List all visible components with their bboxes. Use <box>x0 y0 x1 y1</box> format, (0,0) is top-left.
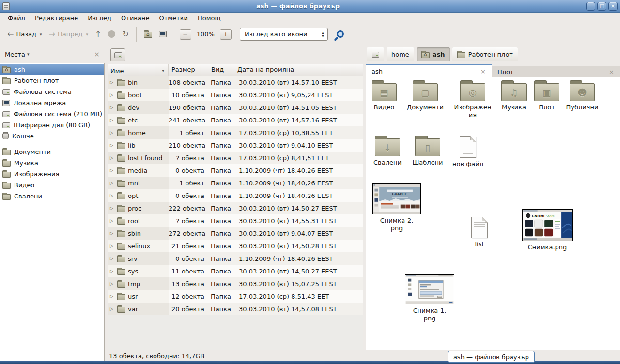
back-button[interactable]: ← Назад ▾ <box>4 28 46 41</box>
icon-desktop-folder[interactable]: ▣ Плот <box>529 79 564 111</box>
table-row[interactable]: ▷ lost+found ? обекта Папка 17.03.2010 (… <box>108 152 363 164</box>
expander-icon[interactable]: ▷ <box>110 130 115 135</box>
table-row[interactable]: ▷ var 20 обекта Папка 30.03.2010 (вт) 14… <box>108 303 363 315</box>
breadcrumb-desktop-button[interactable]: Работен плот <box>452 47 518 61</box>
table-row[interactable]: ▷ root ? обекта Папка 30.03.2010 (вт) 14… <box>108 214 363 227</box>
table-row[interactable]: ▷ dev 190 обекта Папка 30.03.2010 (вт) 1… <box>108 101 363 114</box>
table-row[interactable]: ▷ sys 11 обекта Папка 30.03.2010 (вт) 14… <box>108 265 363 277</box>
icon-new-file[interactable]: нов файл <box>450 135 485 168</box>
expander-icon[interactable]: ▷ <box>110 243 115 248</box>
minimize-button[interactable]: ─ <box>586 2 595 11</box>
icon-snimka-1-png[interactable]: Снимка-1.png <box>404 274 455 322</box>
menu-file[interactable]: Файл <box>3 13 30 23</box>
view-selector[interactable]: Изглед като икони ▴▾ <box>240 28 328 41</box>
icon-documents-folder[interactable]: ▢ Документи <box>406 79 444 111</box>
zoom-in-button[interactable]: + <box>220 29 232 40</box>
window-list-button[interactable]: ash — файлов браузър <box>448 351 535 363</box>
tab-plot[interactable]: Плот × <box>492 66 620 78</box>
back-dropdown-icon[interactable]: ▾ <box>40 32 42 37</box>
thumbnail-snimka-2: GUADEC <box>372 183 421 214</box>
combo-stepper-icon[interactable]: ▴▾ <box>318 28 327 40</box>
thumbnail-snimka-1 <box>405 274 454 304</box>
expander-icon[interactable]: ▷ <box>110 218 115 223</box>
expander-icon[interactable]: ▷ <box>110 193 115 198</box>
icon-snimka-2-png[interactable]: GUADEC Снимка-2.png <box>372 183 421 232</box>
tab-close-icon[interactable]: × <box>609 68 614 76</box>
public-folder-icon: ☻ <box>570 83 595 101</box>
expander-icon[interactable]: ▷ <box>110 181 115 185</box>
expander-icon[interactable]: ▷ <box>110 143 115 148</box>
table-row[interactable]: ▷ sbin 272 обекта Папка 30.03.2010 (вт) … <box>108 227 363 240</box>
menu-help[interactable]: Помощ <box>193 13 226 23</box>
expander-icon[interactable]: ▷ <box>110 231 115 236</box>
cell-type: Папка <box>208 293 234 300</box>
tab-bar: ash × Плот × <box>366 64 620 78</box>
up-button[interactable]: ↑ <box>92 28 105 41</box>
folder-icon <box>117 219 125 225</box>
table-row[interactable]: ▷ tmp 13 обекта Папка 30.03.2010 (вт) 15… <box>108 277 363 290</box>
menu-edit[interactable]: Редактиране <box>30 13 83 23</box>
tab-close-icon[interactable]: × <box>480 68 486 75</box>
close-button[interactable]: × <box>608 2 618 11</box>
table-row[interactable]: ▷ selinux 21 обекта Папка 30.03.2010 (вт… <box>108 240 363 252</box>
table-row[interactable]: ▷ usr 12 обекта Папка 17.03.2010 (ср) 8,… <box>108 290 363 303</box>
table-row[interactable]: ▷ srv 0 обекта Папка 1.10.2009 (чт) 18,4… <box>108 252 363 265</box>
cell-type: Папка <box>208 104 234 111</box>
expander-icon[interactable]: ▷ <box>110 80 115 85</box>
icon-snimka-png[interactable]: GNOME Store <box>521 209 574 251</box>
menu-view[interactable]: Изглед <box>83 13 116 23</box>
maximize-button[interactable]: □ <box>597 2 606 11</box>
zoom-out-button[interactable]: − <box>180 29 191 40</box>
root-location-button[interactable] <box>110 48 125 61</box>
column-header-date[interactable]: Дата на промяна <box>234 64 363 76</box>
menu-go[interactable]: Отиване <box>116 13 154 23</box>
breadcrumb-home-button[interactable]: home <box>387 47 414 61</box>
expander-icon[interactable]: ▷ <box>110 92 115 97</box>
icon-list-file[interactable]: list <box>462 215 497 248</box>
table-row[interactable]: ▷ media 0 обекта Папка 1.10.2009 (чт) 18… <box>108 164 363 177</box>
expander-icon[interactable]: ▷ <box>110 269 115 273</box>
reload-button[interactable]: ↻ <box>119 28 132 41</box>
home-button[interactable]: ⌂ <box>140 28 155 41</box>
table-row[interactable]: ▷ lib 210 обекта Папка 30.03.2010 (вт) 9… <box>108 139 363 152</box>
table-row[interactable]: ▷ home 1 обект Папка 17.03.2010 (ср) 10,… <box>108 126 363 139</box>
icon-templates-folder[interactable]: ▯ Шаблони <box>410 135 445 167</box>
table-row[interactable]: ▷ opt 0 обекта Папка 1.10.2009 (чт) 18,4… <box>108 189 363 202</box>
column-header-size[interactable]: Размер <box>169 64 208 76</box>
expander-icon[interactable]: ▷ <box>110 155 115 160</box>
expander-icon[interactable]: ▷ <box>110 306 115 311</box>
icon-public-folder[interactable]: ☻ Публични <box>564 79 601 111</box>
reload-icon: ↻ <box>122 30 128 38</box>
icon-music-folder[interactable]: ♫ Музика <box>496 79 531 111</box>
table-row[interactable]: ▷ bin 108 обекта Папка 30.03.2010 (вт) 1… <box>108 76 363 89</box>
expander-icon[interactable]: ▷ <box>110 118 115 122</box>
menu-bookmarks[interactable]: Отметки <box>154 13 192 23</box>
cell-date: 1.10.2009 (чт) 18,40,26 EEST <box>234 180 363 187</box>
folder-icon <box>117 156 125 162</box>
breadcrumb-root-button[interactable] <box>367 47 384 61</box>
tab-ash[interactable]: ash × <box>366 64 492 78</box>
icon-video-folder[interactable]: ▤ Видео <box>367 79 402 111</box>
breadcrumb-ash-button[interactable]: ⌂ ash <box>417 47 450 61</box>
expander-icon[interactable]: ▷ <box>110 256 115 261</box>
table-row[interactable]: ▷ etc 241 обекта Папка 30.03.2010 (вт) 1… <box>108 114 363 126</box>
expander-icon[interactable]: ▷ <box>110 105 115 110</box>
right-pane: home ⌂ ash Работен плот ash × Плот <box>366 46 620 350</box>
table-row[interactable]: ▷ mnt 1 обект Папка 1.10.2009 (чт) 18,40… <box>108 177 363 189</box>
table-row[interactable]: ▷ boot 10 обекта Папка 30.03.2010 (вт) 9… <box>108 89 363 101</box>
name-cell: ▷ tmp <box>108 277 169 290</box>
folder-icon <box>117 118 125 124</box>
search-icon[interactable] <box>337 30 344 38</box>
table-row[interactable]: ▷ proc 222 обекта Папка 30.03.2010 (вт) … <box>108 202 363 214</box>
cell-name: sbin <box>128 230 141 237</box>
icon-downloads-folder[interactable]: ↓ Свалени <box>370 135 405 167</box>
expander-icon[interactable]: ▷ <box>110 281 115 286</box>
expander-icon[interactable]: ▷ <box>110 294 115 299</box>
cell-name: bin <box>128 79 138 86</box>
column-header-name[interactable]: Име ▾ <box>108 64 169 76</box>
expander-icon[interactable]: ▷ <box>110 168 115 173</box>
expander-icon[interactable]: ▷ <box>110 206 115 211</box>
computer-button[interactable] <box>155 28 170 40</box>
column-header-type[interactable]: Вид <box>208 64 234 76</box>
icon-pictures-folder[interactable]: ◎ Изображения <box>454 79 492 119</box>
